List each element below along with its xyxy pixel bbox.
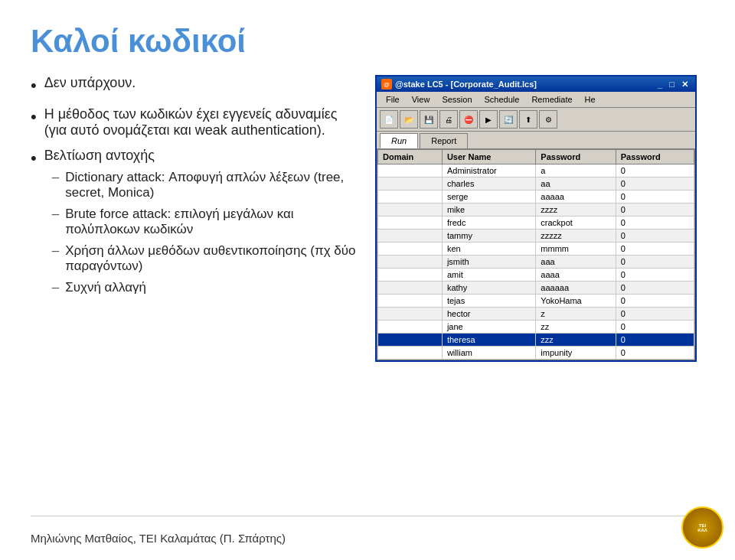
cell-password: aaaaaa [536,282,616,295]
cell-password: aaa [536,256,616,269]
table-row[interactable]: sergeaaaaa0 [378,190,694,203]
tei-logo-text: ΤΕΙΚΑΛ [697,523,707,532]
menu-session[interactable]: Session [436,93,478,106]
sub-item-3: – Χρήση άλλων μεθόδων αυθεντικοποίησης (… [44,243,360,274]
minimize-icon[interactable]: _ [655,80,665,89]
cell-domain [378,243,443,256]
cell-extra: 0 [616,256,694,269]
toolbar-btn-open[interactable]: 📂 [400,110,418,129]
table-row[interactable]: mikezzzz0 [378,203,694,217]
table-row[interactable]: williamimpunity0 [378,347,694,360]
dash-1: – [52,170,59,185]
cell-password: crackpot [536,217,616,230]
menu-remediate[interactable]: Remediate [525,93,578,106]
cell-domain [378,282,443,295]
list-item-3-text: Βελτίωση αντοχής [44,148,155,163]
cell-domain [378,269,443,282]
table-row[interactable]: kathyaaaaaa0 [378,282,694,295]
table-row[interactable]: amitaaaa0 [378,269,694,282]
cell-username: jsmith [442,256,535,269]
toolbar-btn-print[interactable]: 🖨 [439,110,458,129]
menu-view[interactable]: View [406,93,436,106]
menu-schedule[interactable]: Schedule [479,93,526,106]
cell-domain [378,256,443,269]
sub-item-1-text: Dictionary attack: Αποφυγή απλών λέξεων … [65,170,360,200]
maximize-icon[interactable]: □ [667,80,677,89]
cell-domain [378,230,443,243]
toolbar-btn-play[interactable]: ▶ [479,110,498,129]
toolbar-btn-save[interactable]: 💾 [420,110,438,129]
col-extra: Password [616,150,694,164]
toolbar-btn-refresh[interactable]: 🔄 [499,110,518,129]
menu-file[interactable]: File [380,93,406,106]
cell-username: hector [442,308,535,321]
cell-username: Administrator [442,164,535,177]
dash-4: – [52,280,59,295]
cell-domain [378,177,443,190]
left-panel: • Δεν υπάρχουν. • Η μέθοδος των κωδικών … [31,75,360,516]
cell-username: mike [442,203,535,217]
cell-password: zzzz [536,203,616,217]
cell-username: jane [442,321,535,334]
dash-2: – [52,207,59,222]
toolbar-btn-settings[interactable]: ⚙ [539,110,557,129]
col-password: Password [536,150,616,164]
table-header-row: Domain User Name Password Password [378,150,694,164]
table-row[interactable]: kenmmmm0 [378,243,694,256]
table-row[interactable]: charlesaa0 [378,177,694,190]
tabs-area: Run Report [377,132,695,148]
table-row[interactable]: Administratora0 [378,164,694,177]
table-row[interactable]: jsmithaaa0 [378,256,694,269]
table-row[interactable]: tejasYokoHama0 [378,295,694,308]
cell-username: kathy [442,282,535,295]
cell-extra: 0 [616,190,694,203]
cell-extra: 0 [616,164,694,177]
menu-help[interactable]: He [579,93,602,106]
list-item-1: • Δεν υπάρχουν. [31,75,360,97]
cell-username: tejas [442,295,535,308]
cell-password: aaaa [536,269,616,282]
content-area: • Δεν υπάρχουν. • Η μέθοδος των κωδικών … [31,75,704,516]
cell-domain [378,217,443,230]
list-item-1-text: Δεν υπάρχουν. [44,75,136,91]
sub-list: – Dictionary attack: Αποφυγή απλών λέξεω… [44,170,360,295]
list-item-2: • Η μέθοδος των κωδικών έχει εγγενείς αδ… [31,106,360,138]
cell-domain [378,203,443,217]
cell-username: tammy [442,230,535,243]
cell-domain [378,308,443,321]
cell-extra: 0 [616,321,694,334]
right-panel: @ @stake LC5 - [Corporate_Audit.lcs] _ □… [375,75,697,516]
window-app-icon: @ [381,79,392,90]
cell-domain [378,334,443,347]
cell-password: a [536,164,616,177]
table-row[interactable]: fredccrackpot0 [378,217,694,230]
table-row[interactable]: hectorz0 [378,308,694,321]
tab-report[interactable]: Report [420,133,468,148]
toolbar-btn-stop[interactable]: ⛔ [459,110,478,129]
toolbar-btn-new[interactable]: 📄 [380,110,398,129]
cell-domain [378,190,443,203]
cell-domain [378,164,443,177]
cell-domain [378,321,443,334]
list-item-3-content: Βελτίωση αντοχής – Dictionary attack: Απ… [44,148,360,301]
cell-extra: 0 [616,203,694,217]
table-row[interactable]: theresazzz0 [378,334,694,347]
page-container: Καλοί κωδικοί • Δεν υπάρχουν. • Η μέθοδο… [0,0,735,560]
tab-run[interactable]: Run [380,133,418,148]
cell-password: mmmm [536,243,616,256]
sub-item-1: – Dictionary attack: Αποφυγή απλών λέξεω… [44,170,360,200]
sub-item-2-text: Brute force attack: επιλογή μεγάλων και … [65,207,360,237]
table-row[interactable]: tammyzzzzz0 [378,230,694,243]
table-row[interactable]: janezz0 [378,321,694,334]
cell-username: ken [442,243,535,256]
cell-password: zz [536,321,616,334]
page-title: Καλοί κωδικοί [31,23,704,60]
cell-password: z [536,308,616,321]
cell-extra: 0 [616,230,694,243]
close-icon[interactable]: ✕ [679,80,691,89]
sub-item-2: – Brute force attack: επιλογή μεγάλων κα… [44,207,360,237]
titlebar-left: @ @stake LC5 - [Corporate_Audit.lcs] [381,79,537,90]
cell-password: impunity [536,347,616,360]
cell-username: serge [442,190,535,203]
toolbar-btn-up[interactable]: ⬆ [519,110,537,129]
